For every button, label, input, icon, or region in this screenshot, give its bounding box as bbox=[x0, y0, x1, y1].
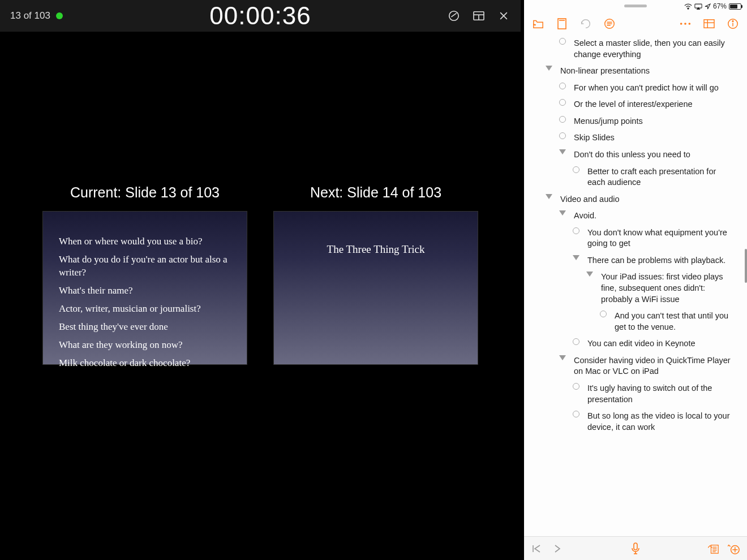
disclosure-triangle-icon[interactable] bbox=[570, 255, 582, 260]
outline-row[interactable]: Consider having video in QuickTime Playe… bbox=[524, 352, 740, 380]
next-slide-column: Next: Slide 14 of 103 The Three Thing Tr… bbox=[273, 184, 478, 365]
presentation-timer: 00:00:36 bbox=[209, 2, 311, 30]
slide-counter-text: 13 of 103 bbox=[10, 10, 50, 21]
battery-percent: 67% bbox=[713, 2, 727, 10]
slide-line: What are they working on now? bbox=[59, 339, 231, 352]
disclosure-triangle-icon[interactable] bbox=[584, 272, 595, 277]
wifi-icon bbox=[684, 3, 692, 10]
slide-line: Actor, writer, musician or journalist? bbox=[59, 303, 231, 316]
add-icon[interactable] bbox=[728, 542, 740, 555]
outline-row[interactable]: Your iPad issues: first video plays fine… bbox=[524, 269, 740, 308]
svg-point-20 bbox=[732, 21, 733, 22]
slide-line: Best thing they've ever done bbox=[59, 321, 231, 334]
outline-row[interactable]: Video and audio bbox=[524, 191, 740, 208]
outline-body[interactable]: Select a master slide, then you can easi… bbox=[524, 35, 747, 536]
outline-row[interactable]: Better to craft each presentation for ea… bbox=[524, 163, 740, 191]
outline-row[interactable]: Skip Slides bbox=[524, 130, 740, 147]
outline-row[interactable]: Don't do this unless you need to bbox=[524, 147, 740, 163]
nav-first-icon[interactable] bbox=[531, 542, 543, 555]
outline-row[interactable]: Select a master slide, then you can easi… bbox=[524, 35, 740, 63]
more-icon[interactable] bbox=[679, 18, 692, 30]
bullet-circle-icon bbox=[557, 38, 568, 45]
bullet-circle-icon bbox=[598, 311, 609, 317]
info-icon[interactable] bbox=[727, 18, 739, 30]
outline-text: There can be problems with playback. bbox=[587, 255, 740, 266]
bullet-circle-icon bbox=[557, 99, 568, 106]
slide-line: What do you do if you're an actor but al… bbox=[59, 253, 231, 279]
outline-text: Skip Slides bbox=[574, 132, 740, 144]
outline-text: Or the level of interest/experiene bbox=[574, 99, 740, 110]
outline-row[interactable]: There can be problems with playback. bbox=[524, 252, 740, 269]
outline-text: Avoid. bbox=[574, 210, 740, 222]
bullet-circle-icon bbox=[570, 411, 582, 417]
svg-point-4 bbox=[688, 7, 689, 8]
next-slide-title: The Three Thing Trick bbox=[327, 243, 425, 364]
outline-text: You can edit video in Keynote bbox=[587, 338, 740, 350]
app-grabber-icon[interactable] bbox=[624, 5, 647, 7]
slide-line: When or where would you use a bio? bbox=[59, 235, 231, 248]
outline-text: Better to craft each presentation for ea… bbox=[587, 166, 740, 188]
outline-row[interactable]: And you can't test that until you get to… bbox=[524, 308, 740, 335]
outline-row[interactable]: For when you can't predict how it will g… bbox=[524, 80, 740, 97]
outline-row[interactable]: You don't know what equipment you're goi… bbox=[524, 225, 740, 252]
location-icon bbox=[705, 3, 711, 10]
view-icon[interactable] bbox=[703, 18, 715, 30]
disclosure-triangle-icon[interactable] bbox=[543, 194, 555, 199]
note-up-icon[interactable] bbox=[707, 542, 720, 555]
outline-text: It's ugly having to switch out of the pr… bbox=[587, 383, 740, 405]
svg-point-12 bbox=[680, 23, 682, 25]
undo-icon[interactable] bbox=[579, 18, 592, 30]
outline-text: Don't do this unless you need to bbox=[574, 149, 740, 161]
disclosure-triangle-icon[interactable] bbox=[557, 355, 568, 360]
outline-row[interactable]: Avoid. bbox=[524, 208, 740, 225]
outline-text: Video and audio bbox=[560, 194, 740, 205]
outline-row[interactable]: But so long as the video is local to you… bbox=[524, 408, 740, 436]
slide-line: Milk chocolate or dark chocolate? bbox=[59, 357, 231, 370]
disclosure-triangle-icon[interactable] bbox=[543, 66, 555, 71]
presenter-toolbar bbox=[447, 9, 510, 23]
current-slide-thumbnail[interactable]: When or where would you use a bio? What … bbox=[42, 211, 247, 365]
current-slide-column: Current: Slide 13 of 103 When or where w… bbox=[42, 184, 247, 365]
outline-row[interactable]: It's ugly having to switch out of the pr… bbox=[524, 380, 740, 408]
outline-text: And you can't test that until you get to… bbox=[615, 311, 740, 333]
outline-toolbar bbox=[524, 12, 747, 35]
recording-indicator-icon bbox=[56, 12, 63, 19]
slides-preview-area: Current: Slide 13 of 103 When or where w… bbox=[0, 184, 521, 365]
airplay-icon bbox=[694, 3, 702, 10]
svg-point-13 bbox=[684, 23, 686, 25]
microphone-icon[interactable] bbox=[629, 542, 642, 555]
bullet-circle-icon bbox=[570, 383, 582, 390]
bullet-circle-icon bbox=[557, 83, 568, 89]
disclosure-triangle-icon[interactable] bbox=[557, 210, 568, 216]
bullet-circle-icon bbox=[570, 166, 582, 173]
outline-mode-icon[interactable] bbox=[603, 18, 616, 30]
document-icon[interactable] bbox=[556, 18, 568, 30]
documents-icon[interactable] bbox=[532, 18, 544, 30]
outline-text: Non-linear presentations bbox=[560, 66, 740, 77]
close-icon[interactable] bbox=[497, 9, 510, 23]
svg-point-0 bbox=[449, 11, 459, 21]
outline-row[interactable]: Non-linear presentations bbox=[524, 63, 740, 80]
outline-row[interactable]: You can edit video in Keynote bbox=[524, 335, 740, 352]
outline-text: But so long as the video is local to you… bbox=[587, 411, 740, 433]
outline-text: Select a master slide, then you can easi… bbox=[574, 38, 740, 60]
outline-text: For when you can't predict how it will g… bbox=[574, 83, 740, 94]
annotate-icon[interactable] bbox=[447, 9, 461, 23]
layout-icon[interactable] bbox=[472, 9, 486, 23]
outline-text: You don't know what equipment you're goi… bbox=[587, 227, 740, 249]
bottom-toolbar bbox=[524, 536, 747, 560]
outline-text: Your iPad issues: first video plays fine… bbox=[601, 272, 740, 305]
status-bar: 67% bbox=[524, 0, 747, 12]
bullet-circle-icon bbox=[557, 116, 568, 123]
next-slide-label: Next: Slide 14 of 103 bbox=[310, 184, 441, 201]
outline-text: Consider having video in QuickTime Playe… bbox=[574, 355, 740, 377]
nav-next-icon[interactable] bbox=[551, 542, 564, 555]
presenter-panel: 13 of 103 00:00:36 Current: Slide 13 of … bbox=[0, 0, 521, 560]
outline-text: Menus/jump points bbox=[574, 116, 740, 127]
outline-row[interactable]: Menus/jump points bbox=[524, 113, 740, 130]
outline-panel: 67% Select a master slide, then you can … bbox=[524, 0, 747, 560]
outline-row[interactable]: Or the level of interest/experiene bbox=[524, 96, 740, 113]
next-slide-thumbnail[interactable]: The Three Thing Trick bbox=[273, 211, 478, 365]
bullet-circle-icon bbox=[570, 227, 582, 234]
disclosure-triangle-icon[interactable] bbox=[557, 149, 568, 154]
